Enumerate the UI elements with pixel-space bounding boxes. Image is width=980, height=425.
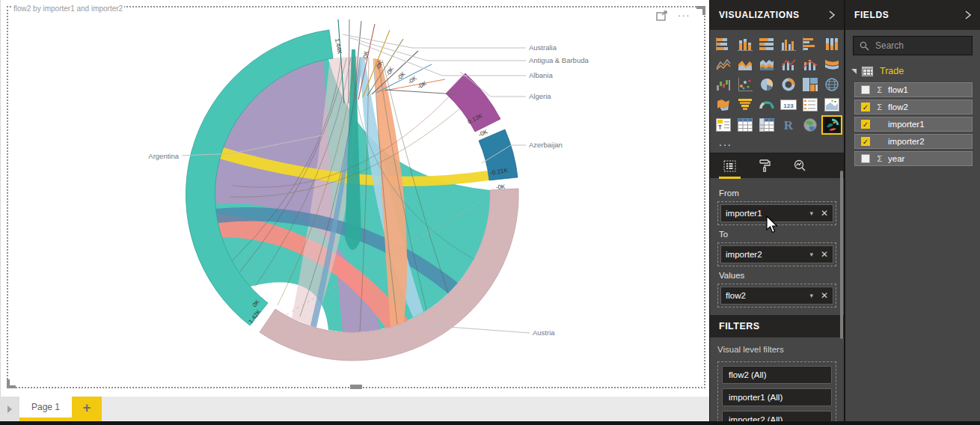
sigma-icon: Σ [875, 154, 884, 163]
viz-icon-stacked-area-chart[interactable] [758, 56, 776, 73]
viz-icon-clustered-column-chart[interactable] [780, 36, 797, 52]
viz-icon-100-stacked-bar-chart[interactable] [758, 36, 776, 52]
viz-icon-multi-row-card[interactable] [801, 97, 819, 113]
viz-icon-clustered-bar-chart[interactable] [801, 36, 819, 52]
fields-header: FIELDS [845, 0, 980, 30]
viz-icon-pie-chart[interactable] [758, 76, 776, 93]
viz-icon-ribbon-chart[interactable] [823, 56, 841, 73]
fields-list: Σflow1✓Σflow2✓Σimporter1✓Σimporter2Σyear [845, 81, 980, 166]
svg-text:Azerbaijan: Azerbaijan [529, 141, 563, 149]
viz-icon-r-script[interactable]: R [780, 117, 797, 133]
chevron-down-icon[interactable]: ▾ [809, 292, 813, 299]
resize-handle-bottom-left-v[interactable] [7, 379, 10, 388]
resize-handle-top-right-v[interactable] [702, 6, 705, 15]
viz-icon-treemap[interactable] [801, 76, 819, 93]
from-label: From [719, 189, 836, 198]
viz-icon-line-stacked-column-chart[interactable] [801, 56, 819, 73]
status-bar [0, 421, 980, 425]
svg-text:-0K: -0K [417, 79, 429, 90]
field-name[interactable]: importer1 [888, 120, 925, 129]
viz-icon-matrix[interactable] [758, 117, 776, 133]
viz-icon-kpi[interactable] [823, 97, 841, 113]
filters-header: FILTERS [710, 315, 844, 337]
powerbi-window: flow2 by importer1 and importer2 ... [0, 0, 980, 425]
viz-icon-filled-map[interactable] [714, 97, 732, 113]
visualizations-title: VISUALIZATIONS [719, 10, 800, 20]
page-tab-active[interactable]: Page 1 [19, 397, 72, 421]
field-name[interactable]: importer2 [888, 137, 925, 146]
field-name[interactable]: flow1 [888, 85, 908, 94]
viz-icon-map[interactable] [823, 76, 841, 93]
chevron-down-icon[interactable]: ▾ [809, 251, 813, 258]
field-name[interactable]: flow2 [888, 103, 908, 111]
resize-handle-bottom-center[interactable] [350, 385, 362, 389]
checkbox-checked-icon[interactable]: ✓ [861, 120, 870, 129]
filter-pill[interactable]: importer1 (All) [722, 388, 832, 406]
collapse-chevron-icon[interactable] [829, 10, 835, 19]
fields-tab-icon [723, 160, 736, 172]
remove-field-icon[interactable]: ✕ [821, 249, 828, 260]
values-field-dropdown[interactable]: flow2 ▾ ✕ [720, 287, 833, 305]
page-strip: Page 1 + [0, 397, 709, 421]
to-field-dropdown[interactable]: importer2 ▾ ✕ [720, 245, 833, 263]
table-row-trade[interactable]: Trade [845, 63, 980, 81]
field-row-importer2[interactable]: ✓Σimporter2 [854, 134, 973, 149]
more-visuals-ellipsis[interactable]: ... [710, 135, 844, 153]
field-name[interactable]: year [888, 154, 904, 163]
field-search-box[interactable] [853, 36, 973, 55]
filter-pill[interactable]: flow2 (All) [722, 366, 832, 384]
play-triangle-icon [7, 406, 12, 413]
to-field-value: importer2 [726, 250, 809, 259]
expand-caret-icon[interactable] [851, 69, 857, 74]
tab-analytics[interactable] [793, 153, 806, 179]
collapse-chevron-icon[interactable] [965, 10, 971, 19]
viz-icon-stacked-column-chart[interactable] [736, 36, 754, 52]
checkbox-checked-icon[interactable]: ✓ [861, 103, 870, 111]
viz-icon-waterfall-chart[interactable] [714, 76, 732, 93]
values-dropzone[interactable]: flow2 ▾ ✕ [717, 284, 836, 308]
viz-icon-arcgis-map[interactable] [801, 117, 819, 133]
svg-text:-0K: -0K [396, 70, 408, 82]
viz-icon-gauge[interactable] [758, 97, 776, 113]
remove-field-icon[interactable]: ✕ [821, 290, 828, 301]
svg-text:-0K: -0K [385, 65, 396, 77]
field-wells: From importer1 ▾ ✕ To importer2 ▾ ✕ Valu… [710, 178, 844, 315]
checkbox-unchecked-icon[interactable] [861, 154, 870, 163]
viz-icon-table[interactable] [736, 117, 754, 133]
search-input[interactable] [875, 40, 965, 51]
viz-icon-funnel[interactable] [736, 97, 754, 113]
checkbox-checked-icon[interactable]: ✓ [861, 137, 870, 146]
viz-icon-chord-chart-selected[interactable] [823, 117, 841, 133]
checkbox-unchecked-icon[interactable] [861, 85, 870, 94]
table-name[interactable]: Trade [880, 66, 904, 76]
viz-icon-area-chart[interactable] [736, 56, 754, 73]
scrollbar-thumb[interactable] [840, 171, 843, 339]
add-page-button[interactable]: + [72, 397, 102, 421]
remove-field-icon[interactable]: ✕ [821, 208, 828, 218]
viz-icon-donut-chart[interactable] [780, 76, 797, 93]
viz-icon-card[interactable]: 123 [780, 97, 797, 113]
chevron-down-icon[interactable]: ▾ [809, 210, 813, 217]
pages-expand-button[interactable] [0, 397, 19, 421]
tab-format[interactable] [759, 153, 771, 179]
svg-text:Argentina: Argentina [148, 152, 179, 160]
viz-icon-100-stacked-column-chart[interactable] [823, 36, 841, 52]
filter-pill[interactable]: importer2 (All) [722, 411, 832, 421]
field-row-year[interactable]: Σyear [854, 151, 973, 166]
chord-visual-container[interactable]: flow2 by importer1 and importer2 ... [7, 6, 705, 388]
filters-body: Visual level filters flow2 (All)importer… [710, 337, 844, 421]
report-canvas[interactable]: flow2 by importer1 and importer2 ... [0, 0, 709, 397]
values-label: Values [719, 271, 836, 280]
svg-text:Algeria: Algeria [529, 92, 551, 100]
viz-icon-stacked-bar-chart[interactable] [714, 36, 732, 52]
viz-icon-line-chart[interactable] [714, 56, 732, 73]
to-dropzone[interactable]: importer2 ▾ ✕ [717, 242, 836, 266]
viz-icon-scatter-chart[interactable] [736, 76, 754, 93]
field-row-importer1[interactable]: ✓Σimporter1 [854, 117, 973, 132]
viz-icon-line-clustered-column-chart[interactable] [780, 56, 797, 73]
field-row-flow2[interactable]: ✓Σflow2 [854, 100, 973, 114]
tab-fields[interactable] [723, 153, 736, 179]
field-row-flow1[interactable]: Σflow1 [854, 82, 973, 97]
svg-text:Albania: Albania [529, 71, 553, 79]
viz-icon-slicer[interactable] [714, 117, 732, 133]
